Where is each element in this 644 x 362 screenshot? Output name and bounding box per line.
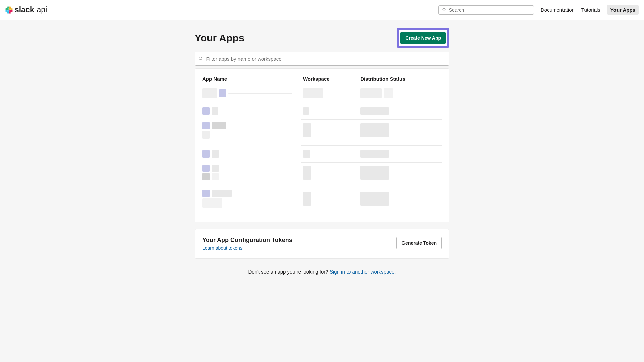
- column-workspace: Workspace: [303, 76, 360, 82]
- nav-documentation[interactable]: Documentation: [541, 7, 575, 13]
- logo-brand-text: slack: [15, 5, 34, 14]
- filter-input[interactable]: [206, 56, 446, 62]
- header: slack api Documentation Tutorials Your A…: [0, 0, 644, 20]
- table-row[interactable]: [202, 119, 442, 145]
- create-button-highlight: Create New App: [397, 28, 449, 48]
- learn-about-tokens-link[interactable]: Learn about tokens: [202, 245, 243, 251]
- page-header: Your Apps Create New App: [195, 28, 449, 48]
- slack-logo-icon: [5, 6, 13, 14]
- main-content: Your Apps Create New App App Name Worksp…: [0, 20, 644, 362]
- column-app-name: App Name: [202, 76, 303, 82]
- table-row[interactable]: [202, 103, 442, 119]
- table-header: App Name Workspace Distribution Status: [202, 76, 442, 84]
- apps-table-card: App Name Workspace Distribution Status: [195, 68, 449, 222]
- header-right: Documentation Tutorials Your Apps: [438, 5, 639, 15]
- page-title: Your Apps: [195, 32, 244, 44]
- table-row[interactable]: [202, 145, 442, 162]
- create-new-app-button[interactable]: Create New App: [400, 32, 446, 44]
- table-row[interactable]: [202, 84, 442, 103]
- table-row[interactable]: [202, 187, 442, 215]
- logo-product-text: api: [37, 5, 47, 14]
- tokens-card: Your App Configuration Tokens Learn abou…: [195, 229, 449, 259]
- filter-box[interactable]: [195, 52, 449, 66]
- sign-in-workspace-link[interactable]: Sign in to another workspace.: [330, 269, 396, 275]
- logo[interactable]: slack api: [5, 5, 47, 14]
- column-distribution-status: Distribution Status: [360, 76, 442, 82]
- search-box[interactable]: [438, 5, 534, 15]
- tokens-title: Your App Configuration Tokens: [202, 237, 292, 244]
- search-icon: [442, 8, 446, 12]
- search-input[interactable]: [448, 7, 530, 13]
- table-row[interactable]: [202, 162, 442, 187]
- nav-tutorials[interactable]: Tutorials: [581, 7, 600, 13]
- nav-your-apps[interactable]: Your Apps: [607, 5, 639, 15]
- footer-text: Don't see an app you're looking for? Sig…: [195, 265, 449, 275]
- generate-token-button[interactable]: Generate Token: [396, 237, 442, 249]
- filter-search-icon: [198, 56, 203, 61]
